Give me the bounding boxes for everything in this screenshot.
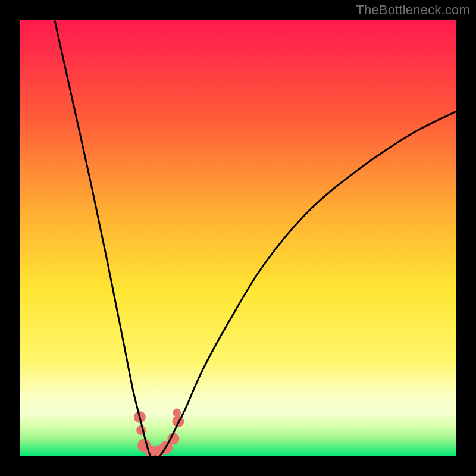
marker-dot [173, 409, 181, 417]
gradient-background [20, 20, 456, 456]
chart-svg [20, 20, 456, 456]
chart-frame: TheBottleneck.com [0, 0, 476, 476]
plot-area [20, 20, 456, 456]
watermark-text: TheBottleneck.com [356, 2, 470, 18]
